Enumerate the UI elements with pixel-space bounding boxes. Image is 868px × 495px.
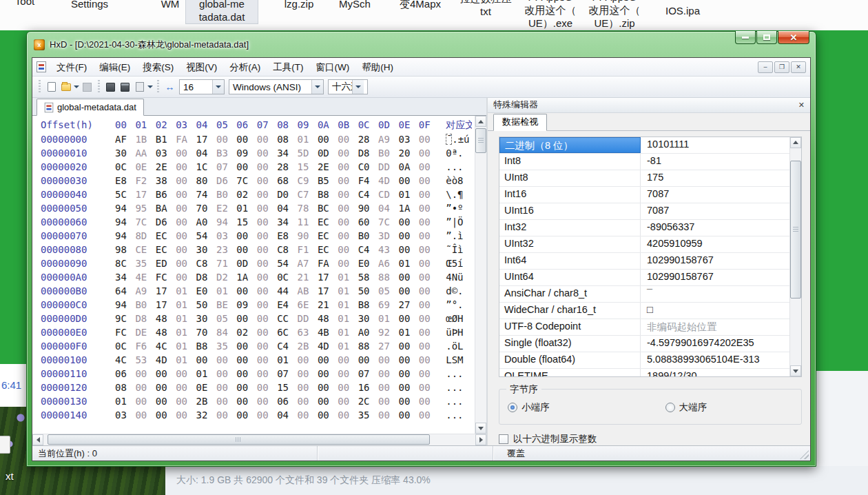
hex-byte[interactable]: 00 xyxy=(176,174,196,188)
hex-byte[interactable]: 1B xyxy=(135,132,155,146)
hex-byte[interactable]: 00 xyxy=(257,353,277,367)
hex-byte[interactable]: 00 xyxy=(196,353,216,367)
hex-byte[interactable]: 00 xyxy=(419,243,439,256)
hex-byte[interactable]: 00 xyxy=(257,256,277,270)
chevron-down-icon[interactable] xyxy=(311,80,323,94)
hex-byte[interactable]: 0D xyxy=(236,256,256,270)
hex-byte[interactable]: 94 xyxy=(216,215,236,229)
hex-byte[interactable]: 03 xyxy=(115,408,135,422)
open-special-dropdown-icon[interactable] xyxy=(147,81,154,94)
hex-byte[interactable]: 00 xyxy=(298,394,318,408)
hex-byte[interactable]: 01 xyxy=(236,201,256,215)
hex-byte[interactable]: 00 xyxy=(398,284,418,298)
hex-byte[interactable]: 01 xyxy=(196,367,216,381)
hex-byte[interactable]: 00 xyxy=(358,353,378,367)
desktop-icon-label[interactable]: 拉连数狂压txt xyxy=(455,0,517,18)
hex-byte[interactable]: 00 xyxy=(338,394,358,408)
hex-text[interactable]: èò8 xyxy=(446,174,473,188)
hex-byte[interactable]: FC xyxy=(156,270,176,284)
hex-byte[interactable]: B6 xyxy=(156,188,176,201)
hex-byte[interactable]: 00 xyxy=(257,325,277,339)
hex-byte[interactable]: 00 xyxy=(257,312,277,325)
hex-text[interactable]: LSM xyxy=(446,353,473,367)
hex-byte[interactable]: 00 xyxy=(236,381,256,394)
hex-byte[interactable]: 04 xyxy=(378,201,398,215)
hex-byte[interactable]: 00 xyxy=(338,160,358,174)
inspector-type-label[interactable]: UInt8 xyxy=(499,170,641,186)
hex-byte[interactable]: 00 xyxy=(419,353,439,367)
hex-byte[interactable]: D8 xyxy=(358,146,378,160)
hex-byte[interactable]: 00 xyxy=(378,408,398,422)
hex-byte[interactable]: 7C xyxy=(236,174,256,188)
hex-byte[interactable]: 01 xyxy=(277,353,297,367)
hex-byte[interactable]: 00 xyxy=(398,408,418,422)
hex-byte[interactable]: 43 xyxy=(378,243,398,256)
hex-byte[interactable]: 00 xyxy=(176,160,196,174)
hex-byte[interactable]: 00 xyxy=(236,394,256,408)
hex-byte[interactable]: F6 xyxy=(135,339,155,353)
hex-byte[interactable]: 6E xyxy=(298,298,318,312)
hex-byte[interactable]: 01 xyxy=(398,325,418,339)
hex-byte[interactable]: 01 xyxy=(398,188,418,201)
hex-byte[interactable]: 00 xyxy=(419,325,439,339)
hex-byte[interactable]: 00 xyxy=(338,174,358,188)
hex-byte[interactable]: B0 xyxy=(135,298,155,312)
hex-byte[interactable]: 00 xyxy=(338,229,358,243)
hex-byte[interactable]: 08 xyxy=(115,381,135,394)
menu-item-2[interactable]: 搜索(S) xyxy=(136,58,180,77)
desktop-icon-label[interactable]: PPAppsG改用这个（UE）.zip xyxy=(583,0,646,30)
hex-byte[interactable]: D8 xyxy=(135,312,155,325)
inspector-type-label[interactable]: Int16 xyxy=(499,187,641,203)
scroll-down-button[interactable] xyxy=(475,423,486,434)
hex-byte[interactable]: 15 xyxy=(236,215,256,229)
hex-byte[interactable]: 00 xyxy=(338,367,358,381)
hex-byte[interactable]: 90 xyxy=(358,201,378,215)
hex-byte[interactable]: 00 xyxy=(398,394,418,408)
hex-text[interactable]: ”|Ö xyxy=(446,215,473,229)
hex-byte[interactable]: 09 xyxy=(236,146,256,160)
inspector-type-label[interactable]: 二进制（8 位） xyxy=(499,137,641,153)
hex-byte[interactable]: 00 xyxy=(419,312,439,325)
radio-little-endian[interactable]: 小端序 xyxy=(508,401,550,414)
document-icon[interactable] xyxy=(37,61,46,72)
hex-byte[interactable]: 03 xyxy=(156,146,176,160)
inspector-value[interactable]: 4205910959 xyxy=(641,236,789,252)
hex-byte[interactable]: 00 xyxy=(236,408,256,422)
hex-byte[interactable]: 48 xyxy=(156,312,176,325)
hex-byte[interactable]: B8 xyxy=(196,339,216,353)
hex-byte[interactable]: 01 xyxy=(338,312,358,325)
hex-text[interactable]: üÞH xyxy=(446,325,473,339)
inspector-value[interactable]: -4.59799016974202E35 xyxy=(641,336,789,352)
hex-byte[interactable]: 84 xyxy=(216,325,236,339)
desktop-icon-label[interactable]: global-metadata.dat xyxy=(186,0,258,23)
hex-byte[interactable]: 17 xyxy=(156,298,176,312)
desktop-icon-label[interactable]: 变4Mapx xyxy=(390,0,451,10)
hex-byte[interactable]: 4D xyxy=(318,339,338,353)
hex-byte[interactable]: 16 xyxy=(358,381,378,394)
hex-byte[interactable]: 64 xyxy=(115,284,135,298)
inspector-value[interactable]: 175 xyxy=(641,170,789,186)
hex-byte[interactable]: 3D xyxy=(378,229,398,243)
hex-byte[interactable]: 01 xyxy=(216,284,236,298)
hex-byte[interactable]: 00 xyxy=(176,367,196,381)
hex-byte[interactable]: 00 xyxy=(338,188,358,201)
hex-byte[interactable]: 00 xyxy=(419,284,439,298)
inspector-value[interactable]: □ xyxy=(641,303,789,319)
hex-byte[interactable]: 90 xyxy=(298,229,318,243)
hex-byte[interactable]: 21 xyxy=(298,270,318,284)
hex-byte[interactable]: 5C xyxy=(115,188,135,201)
hex-byte[interactable]: 4C xyxy=(115,353,135,367)
hex-byte[interactable]: 00 xyxy=(378,394,398,408)
hex-byte[interactable]: DD xyxy=(378,160,398,174)
scrollbar-thumb[interactable] xyxy=(475,128,486,153)
hex-byte[interactable]: BC xyxy=(318,201,338,215)
desktop-icon-label[interactable]: IOS.ipa xyxy=(653,4,712,17)
hex-byte[interactable]: 01 xyxy=(398,256,418,270)
hex-byte[interactable]: C4 xyxy=(358,188,378,201)
hex-text[interactable]: ... xyxy=(446,381,473,394)
desktop-icon-label[interactable]: lzg.zip xyxy=(270,0,328,10)
hex-byte[interactable]: A7 xyxy=(298,256,318,270)
hex-byte[interactable]: 00 xyxy=(378,353,398,367)
hex-byte[interactable]: CD xyxy=(378,188,398,201)
hex-byte[interactable]: F1 xyxy=(298,243,318,256)
